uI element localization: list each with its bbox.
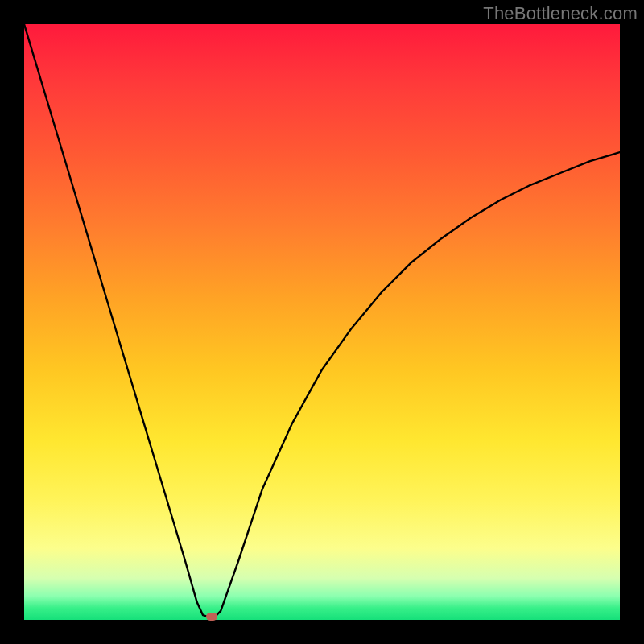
optimum-marker <box>206 613 217 621</box>
bottleneck-curve <box>24 24 620 617</box>
chart-plot-area <box>24 24 620 620</box>
curve-svg <box>24 24 620 620</box>
chart-frame: TheBottleneck.com <box>0 0 644 644</box>
watermark-text: TheBottleneck.com <box>483 3 638 24</box>
